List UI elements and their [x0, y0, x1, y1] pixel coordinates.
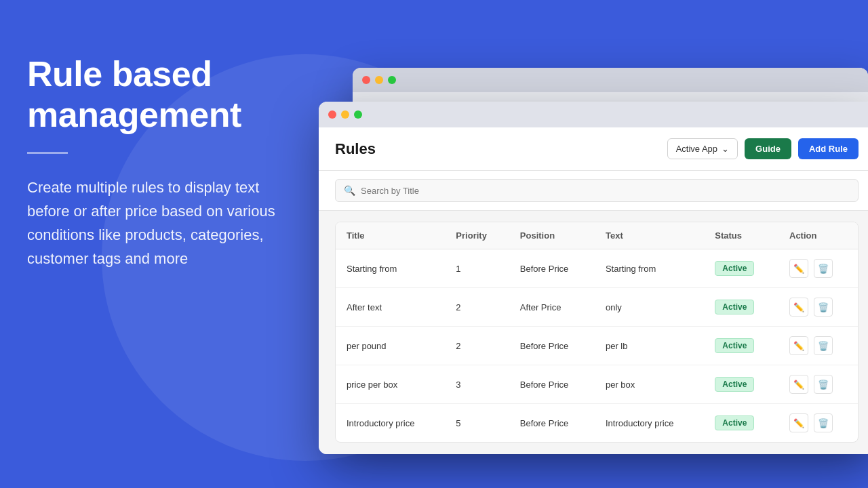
cell-title: per pound [336, 327, 445, 365]
search-bar: 🔍 [319, 171, 868, 211]
chevron-down-icon: ⌄ [722, 144, 729, 154]
cell-position: After Price [509, 288, 595, 327]
edit-button[interactable]: ✏️ [789, 375, 808, 394]
main-dot-green [354, 110, 362, 119]
delete-button[interactable]: 🗑️ [814, 413, 833, 432]
rules-table: Title Priority Position Text Status Acti… [336, 222, 858, 442]
app-title: Rules [335, 140, 376, 158]
cell-position: Before Price [509, 365, 595, 404]
delete-button[interactable]: 🗑️ [814, 298, 833, 317]
status-badge: Active [715, 261, 754, 276]
cell-text: only [595, 288, 704, 327]
add-rule-button[interactable]: Add Rule [798, 138, 859, 159]
cell-text: Introductory price [595, 404, 704, 443]
browser-main-window: Rules Active App ⌄ Guide Add Rule 🔍 [319, 102, 868, 454]
edit-button[interactable]: ✏️ [789, 336, 808, 355]
table-row: After text 2 After Price only Active ✏️ … [336, 288, 858, 327]
cell-status: Active [704, 327, 778, 365]
edit-button[interactable]: ✏️ [789, 413, 808, 432]
search-input[interactable] [361, 186, 850, 196]
cell-action: ✏️ 🗑️ [778, 288, 858, 327]
heading-line2: management [27, 95, 241, 134]
action-icons: ✏️ 🗑️ [789, 336, 847, 355]
delete-button[interactable]: 🗑️ [814, 336, 833, 355]
table-header-row: Title Priority Position Text Status Acti… [336, 222, 858, 249]
cell-title: Starting from [336, 249, 445, 288]
cell-title: price per box [336, 365, 445, 404]
col-action: Action [778, 222, 858, 249]
cell-priority: 3 [445, 365, 509, 404]
action-icons: ✏️ 🗑️ [789, 375, 847, 394]
edit-button[interactable]: ✏️ [789, 298, 808, 317]
cell-title: Introductory price [336, 404, 445, 443]
heading-divider [27, 152, 68, 154]
col-status: Status [704, 222, 778, 249]
bg-dot-green [388, 76, 396, 84]
cell-action: ✏️ 🗑️ [778, 404, 858, 443]
table-row: per pound 2 Before Price per lb Active ✏… [336, 327, 858, 365]
col-text: Text [595, 222, 704, 249]
guide-button[interactable]: Guide [745, 138, 791, 159]
cell-status: Active [704, 288, 778, 327]
bg-dot-red [362, 76, 370, 84]
cell-position: Before Price [509, 327, 595, 365]
main-heading: Rule based management [27, 54, 298, 136]
cell-priority: 2 [445, 288, 509, 327]
cell-status: Active [704, 365, 778, 404]
description-text: Create multiple rules to display text be… [27, 176, 298, 271]
col-position: Position [509, 222, 595, 249]
main-titlebar [319, 102, 868, 127]
cell-action: ✏️ 🗑️ [778, 327, 858, 365]
table-row: Introductory price 5 Before Price Introd… [336, 404, 858, 443]
status-badge: Active [715, 338, 754, 353]
status-badge: Active [715, 377, 754, 392]
main-dot-yellow [341, 110, 349, 119]
left-panel: Rule based management Create multiple ru… [0, 0, 326, 488]
cell-title: After text [336, 288, 445, 327]
col-priority: Priority [445, 222, 509, 249]
cell-text: per box [595, 365, 704, 404]
app-content: Rules Active App ⌄ Guide Add Rule 🔍 [319, 127, 868, 454]
rules-table-container: Title Priority Position Text Status Acti… [335, 222, 859, 443]
active-app-dropdown[interactable]: Active App ⌄ [667, 138, 738, 159]
cell-action: ✏️ 🗑️ [778, 249, 858, 288]
status-badge: Active [715, 415, 754, 430]
status-badge: Active [715, 300, 754, 314]
edit-button[interactable]: ✏️ [789, 259, 808, 278]
heading-line1: Rule based [27, 54, 212, 94]
cell-action: ✏️ 🗑️ [778, 365, 858, 404]
action-icons: ✏️ 🗑️ [789, 298, 847, 317]
action-icons: ✏️ 🗑️ [789, 259, 847, 278]
header-controls: Active App ⌄ Guide Add Rule [667, 138, 859, 159]
search-input-wrapper: 🔍 [335, 179, 859, 202]
bg-titlebar [353, 68, 868, 92]
cell-position: Before Price [509, 249, 595, 288]
right-panel: Rules Active App ⌄ Guide Add Rule 🔍 [312, 0, 868, 488]
cell-position: Before Price [509, 404, 595, 443]
table-row: Starting from 1 Before Price Starting fr… [336, 249, 858, 288]
table-row: price per box 3 Before Price per box Act… [336, 365, 858, 404]
cell-text: per lb [595, 327, 704, 365]
cell-priority: 1 [445, 249, 509, 288]
action-icons: ✏️ 🗑️ [789, 413, 847, 432]
cell-priority: 5 [445, 404, 509, 443]
search-icon: 🔍 [344, 185, 355, 196]
app-header: Rules Active App ⌄ Guide Add Rule [319, 127, 868, 171]
delete-button[interactable]: 🗑️ [814, 259, 833, 278]
bg-dot-yellow [375, 76, 383, 84]
cell-status: Active [704, 249, 778, 288]
cell-status: Active [704, 404, 778, 443]
col-title: Title [336, 222, 445, 249]
delete-button[interactable]: 🗑️ [814, 375, 833, 394]
dropdown-label: Active App [676, 144, 717, 154]
main-dot-red [328, 110, 336, 119]
cell-text: Starting from [595, 249, 704, 288]
cell-priority: 2 [445, 327, 509, 365]
